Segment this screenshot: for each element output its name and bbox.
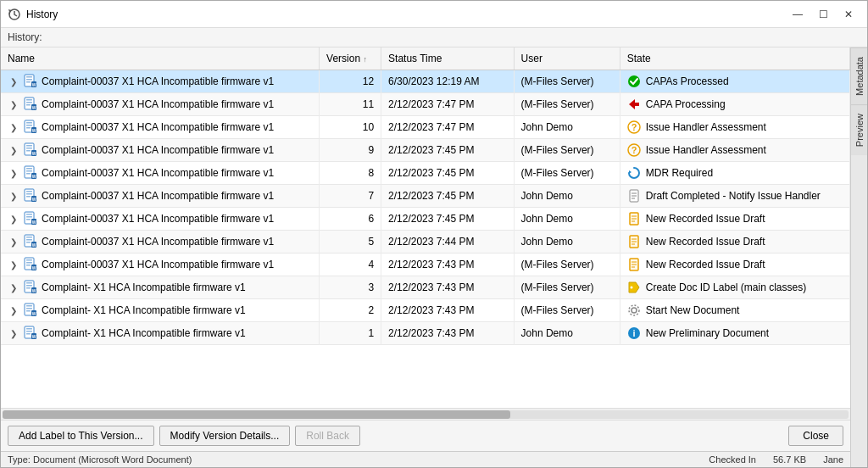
cell-version: 10 — [320, 116, 381, 139]
cell-status-time: 2/12/2023 7:45 PM — [381, 162, 514, 185]
row-name-text: Complaint- X1 HCA Incompatible firmware … — [42, 327, 246, 339]
metadata-tab[interactable]: Metadata — [851, 47, 867, 104]
expand-button[interactable]: ❯ — [8, 167, 19, 179]
state-text: MDR Required — [646, 167, 713, 179]
roll-back-button[interactable]: Roll Back — [295, 426, 360, 446]
cell-name: ❯ W Complaint- X1 HCA Incompatible firmw… — [1, 299, 320, 322]
svg-rect-52 — [26, 219, 31, 220]
cell-state: Draft Completed - Notify Issue Handler — [620, 185, 849, 208]
state-text: New Recorded Issue Draft — [646, 236, 765, 248]
title-bar-left: History — [8, 8, 58, 21]
svg-point-92 — [632, 308, 637, 313]
close-button[interactable]: Close — [788, 426, 843, 446]
svg-rect-71 — [26, 262, 32, 264]
preview-tab[interactable]: Preview — [851, 104, 867, 155]
col-header-user[interactable]: User — [514, 47, 620, 70]
svg-text:i: i — [632, 328, 635, 338]
svg-rect-19 — [26, 127, 31, 129]
svg-text:W: W — [32, 288, 36, 293]
content-area: Name Version ↑ Status Time User — [1, 47, 850, 467]
table-row[interactable]: ❯ W Complaint-00037 X1 HCA Incompatible … — [1, 162, 850, 185]
expand-button[interactable]: ❯ — [8, 144, 19, 156]
expand-button[interactable]: ❯ — [8, 259, 19, 270]
cell-state: New Recorded Issue Draft — [620, 208, 849, 231]
add-label-button[interactable]: Add Label to This Version... — [8, 426, 154, 446]
row-name-text: Complaint-00037 X1 HCA Incompatible firm… — [42, 75, 274, 87]
window-close-button[interactable]: ✕ — [837, 5, 860, 24]
row-name-text: Complaint-00037 X1 HCA Incompatible firm… — [42, 213, 274, 225]
expand-button[interactable]: ❯ — [8, 327, 19, 339]
expand-button[interactable]: ❯ — [8, 213, 19, 225]
row-name-text: Complaint-00037 X1 HCA Incompatible firm… — [42, 144, 274, 156]
cell-version: 2 — [320, 299, 381, 322]
svg-rect-4 — [26, 79, 32, 81]
table-container[interactable]: Name Version ↑ Status Time User — [1, 47, 850, 408]
svg-text:W: W — [32, 151, 36, 156]
table-row[interactable]: ❯ W Complaint-00037 X1 HCA Incompatible … — [1, 231, 850, 254]
svg-rect-34 — [26, 170, 32, 172]
cell-user: John Demo — [514, 322, 620, 345]
svg-marker-15 — [629, 99, 639, 109]
cell-user: John Demo — [514, 116, 620, 139]
cell-user: (M-Files Server) — [514, 93, 620, 116]
state-text: Issue Handler Assessment — [646, 121, 766, 133]
scrollbar-track[interactable] — [3, 410, 849, 419]
scrollbar-thumb[interactable] — [3, 410, 510, 419]
cell-version: 12 — [320, 70, 381, 93]
row-name-text: Complaint-00037 X1 HCA Incompatible firm… — [42, 190, 274, 202]
svg-text:W: W — [32, 220, 36, 225]
table-row[interactable]: ❯ W Complaint-00037 X1 HCA Incompatible … — [1, 70, 850, 93]
expand-button[interactable]: ❯ — [8, 98, 19, 110]
status-bar-right: Checked In 56.7 KB Jane — [709, 454, 843, 465]
state-icon — [627, 212, 641, 226]
main-area: Name Version ↑ Status Time User — [1, 47, 867, 467]
col-header-state[interactable]: State — [620, 47, 849, 70]
table-row[interactable]: ❯ W Complaint-00037 X1 HCA Incompatible … — [1, 254, 850, 276]
cell-state: ?Issue Handler Assessment — [620, 116, 849, 139]
expand-button[interactable]: ❯ — [8, 304, 19, 316]
table-row[interactable]: ❯ W Complaint-00037 X1 HCA Incompatible … — [1, 116, 850, 139]
svg-rect-35 — [26, 173, 31, 175]
expand-button[interactable]: ❯ — [8, 121, 19, 133]
table-row[interactable]: ❯ W Complaint- X1 HCA Incompatible firmw… — [1, 276, 850, 299]
state-icon — [627, 166, 641, 180]
modify-version-button[interactable]: Modify Version Details... — [159, 426, 291, 446]
cell-state: CAPA Processing — [620, 93, 849, 116]
svg-rect-81 — [26, 285, 32, 287]
cell-name: ❯ W Complaint-00037 X1 HCA Incompatible … — [1, 185, 320, 208]
svg-rect-5 — [26, 81, 31, 83]
col-header-version[interactable]: Version ↑ — [320, 47, 381, 70]
expand-button[interactable]: ❯ — [8, 190, 19, 202]
col-header-status-time[interactable]: Status Time — [381, 47, 514, 70]
minimize-button[interactable]: — — [786, 5, 810, 24]
svg-text:W: W — [32, 128, 36, 133]
cell-user: John Demo — [514, 231, 620, 254]
cell-status-time: 2/12/2023 7:43 PM — [381, 276, 514, 299]
col-header-name[interactable]: Name — [1, 47, 320, 70]
table-row[interactable]: ❯ W Complaint-00037 X1 HCA Incompatible … — [1, 93, 850, 116]
cell-version: 7 — [320, 185, 381, 208]
expand-button[interactable]: ❯ — [8, 236, 19, 248]
table-row[interactable]: ❯ W Complaint-00037 X1 HCA Incompatible … — [1, 208, 850, 231]
status-checked-in: Checked In — [709, 454, 756, 465]
table-row[interactable]: ❯ W Complaint-00037 X1 HCA Incompatible … — [1, 139, 850, 162]
horizontal-scrollbar[interactable] — [1, 408, 850, 420]
cell-state: CAPAs Processed — [620, 70, 849, 93]
svg-rect-89 — [26, 310, 31, 312]
svg-text:W: W — [32, 311, 36, 316]
table-row[interactable]: ❯ W Complaint- X1 HCA Incompatible firmw… — [1, 322, 850, 345]
cell-user: (M-Files Server) — [514, 139, 620, 162]
table-row[interactable]: ❯ W Complaint-00037 X1 HCA Incompatible … — [1, 185, 850, 208]
maximize-button[interactable]: ☐ — [811, 5, 835, 24]
state-text: Issue Handler Assessment — [646, 144, 766, 156]
state-text: Create Doc ID Label (main classes) — [646, 281, 806, 293]
table-row[interactable]: ❯ W Complaint- X1 HCA Incompatible firmw… — [1, 299, 850, 322]
cell-version: 6 — [320, 208, 381, 231]
svg-rect-62 — [26, 242, 31, 243]
expand-button[interactable]: ❯ — [8, 75, 19, 87]
state-text: New Recorded Issue Draft — [646, 259, 765, 270]
expand-button[interactable]: ❯ — [8, 281, 19, 293]
cell-state: Start New Document — [620, 299, 849, 322]
svg-text:?: ? — [631, 122, 637, 132]
state-icon — [627, 98, 641, 111]
